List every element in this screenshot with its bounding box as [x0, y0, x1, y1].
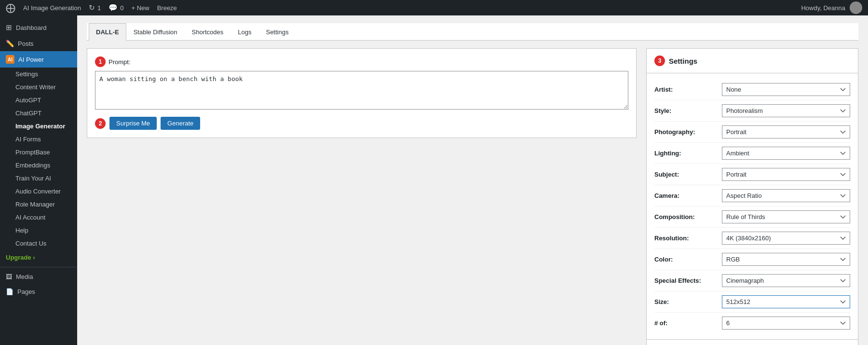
site-title: AI Image Generation [23, 4, 81, 12]
sidebar-sub-settings[interactable]: Settings [0, 68, 77, 81]
camera-select[interactable]: Aspect Ratio Close-upWide AngleTelephoto [722, 189, 850, 202]
sidebar-sub-image-generator[interactable]: Image Generator [0, 120, 77, 133]
updates-button[interactable]: ↻ 1 [89, 3, 101, 12]
sidebar-sub-content-writer[interactable]: Content Writer [0, 81, 77, 94]
sidebar: ⊞ Dashboard ✏️ Posts AI AI Power Setting… [0, 15, 77, 345]
prompt-textarea[interactable]: A woman sitting on a bench with a book [95, 71, 628, 110]
sidebar-sub-train-your-ai[interactable]: Train Your AI [0, 172, 77, 185]
button-row: 2 Surprise Me Generate [95, 117, 628, 130]
setting-row-special-effects: Special Effects: Cinemagraph HDRBokehLon… [654, 270, 850, 291]
tab-stable-diffusion[interactable]: Stable Diffusion [126, 23, 185, 41]
media-icon: 🖼 [6, 273, 12, 280]
artist-label: Artist: [654, 86, 722, 93]
ai-power-icon: AI [6, 55, 14, 64]
howdy-text: Howdy, Deanna [801, 4, 845, 12]
sidebar-sub-ai-account[interactable]: AI Account [0, 211, 77, 224]
sidebar-item-pages[interactable]: 📄 Pages [0, 284, 77, 299]
style-label: Style: [654, 107, 722, 114]
resolution-label: Resolution: [654, 235, 722, 242]
tab-logs[interactable]: Logs [231, 23, 258, 41]
settings-title: Settings [669, 57, 697, 65]
dashboard-icon: ⊞ [6, 23, 12, 32]
wp-logo-button[interactable]: ⨁ [6, 2, 15, 14]
composition-label: Composition: [654, 213, 722, 221]
admin-bar-left: ⨁ AI Image Generation ↻ 1 💬 0 + New Bree… [6, 2, 177, 14]
tab-settings[interactable]: Settings [258, 23, 296, 41]
main-layout: ⊞ Dashboard ✏️ Posts AI AI Power Setting… [0, 15, 868, 345]
artist-select[interactable]: None Da VinciPicassoRembrandt [722, 83, 850, 96]
two-column-layout: 1 Prompt: A woman sitting on a bench wit… [87, 48, 858, 345]
pages-icon: 📄 [6, 288, 14, 295]
setting-row-style: Style: Photorealism AbstractImpressionis… [654, 100, 850, 122]
media-label: Media [16, 273, 33, 280]
lighting-select[interactable]: Ambient NaturalStudioGolden Hour [722, 147, 850, 160]
setting-row-resolution: Resolution: 4K (3840x2160) 1080p720p512x… [654, 228, 850, 249]
sidebar-sub-contact-us[interactable]: Contact Us [0, 237, 77, 250]
setting-row-composition: Composition: Rule of Thirds Golden Ratio… [654, 207, 850, 228]
resolution-select[interactable]: 4K (3840x2160) 1080p720p512x512 [722, 232, 850, 245]
setting-row-color: Color: RGB CMYKGrayscaleSepia [654, 249, 850, 270]
step-2-badge: 2 [95, 118, 106, 129]
page-content: DALL-E Stable Diffusion Shortcodes Logs … [77, 15, 868, 345]
size-select[interactable]: 512x512 1024x1024256x256 [722, 295, 850, 308]
comments-icon: 💬 [108, 3, 118, 12]
sidebar-divider [0, 267, 77, 267]
sidebar-item-ai-power[interactable]: AI AI Power [0, 51, 77, 68]
dashboard-label: Dashboard [16, 24, 47, 31]
posts-label: Posts [18, 40, 34, 47]
sidebar-item-dashboard[interactable]: ⊞ Dashboard [0, 19, 77, 36]
setting-row-subject: Subject: Portrait LandscapeStill LifeAbs… [654, 164, 850, 185]
lighting-label: Lighting: [654, 150, 722, 157]
setting-row-lighting: Lighting: Ambient NaturalStudioGolden Ho… [654, 143, 850, 164]
sidebar-sub-autogpt[interactable]: AutoGPT [0, 94, 77, 107]
sidebar-item-media[interactable]: 🖼 Media [0, 269, 77, 284]
setting-row-photography: Photography: Portrait LandscapeMacroStre… [654, 122, 850, 143]
sidebar-sub-ai-forms[interactable]: AI Forms [0, 133, 77, 146]
site-name-button[interactable]: AI Image Generation [23, 4, 81, 12]
upgrade-link[interactable]: Upgrade › [0, 250, 77, 265]
number-of-label: # of: [654, 319, 722, 327]
special-effects-label: Special Effects: [654, 277, 722, 284]
posts-icon: ✏️ [6, 40, 14, 47]
surprise-me-button[interactable]: Surprise Me [109, 117, 157, 130]
new-content-button[interactable]: + New [131, 4, 149, 12]
sidebar-item-posts[interactable]: ✏️ Posts [0, 36, 77, 51]
special-effects-select[interactable]: Cinemagraph HDRBokehLong Exposure [722, 274, 850, 287]
tabs-bar: DALL-E Stable Diffusion Shortcodes Logs … [87, 23, 858, 41]
step-1-badge: 1 [95, 56, 106, 67]
howdy-user[interactable]: Howdy, Deanna [801, 1, 862, 14]
style-select[interactable]: Photorealism AbstractImpressionismSurrea… [722, 104, 850, 117]
setting-row-size: Size: 512x512 1024x1024256x256 [654, 291, 850, 313]
sidebar-sub-chatgpt[interactable]: ChatGPT [0, 107, 77, 120]
updates-count: 1 [97, 4, 101, 12]
photography-select[interactable]: Portrait LandscapeMacroStreet [722, 125, 850, 138]
setting-row-number-of: # of: 12345 678910 [654, 313, 850, 333]
color-select[interactable]: RGB CMYKGrayscaleSepia [722, 253, 850, 266]
comments-count: 0 [120, 4, 123, 12]
settings-panel: 3 Settings Artist: None Da VinciPicassoR… [646, 48, 858, 345]
sidebar-sub-promptbase[interactable]: PromptBase [0, 146, 77, 159]
size-label: Size: [654, 298, 722, 305]
settings-body: Artist: None Da VinciPicassoRembrandt St… [647, 73, 858, 339]
updates-icon: ↻ [89, 3, 95, 12]
breeze-label: Breeze [157, 4, 177, 12]
comments-button[interactable]: 💬 0 [108, 3, 123, 12]
settings-footer: Set as Default [647, 339, 858, 345]
subject-label: Subject: [654, 171, 722, 178]
settings-header: 3 Settings [647, 49, 858, 73]
prompt-label-text: Prompt: [108, 58, 131, 66]
generate-button[interactable]: Generate [161, 117, 200, 130]
tab-shortcodes[interactable]: Shortcodes [185, 23, 231, 41]
tab-dalle[interactable]: DALL-E [89, 23, 126, 41]
setting-row-artist: Artist: None Da VinciPicassoRembrandt [654, 79, 850, 100]
wp-icon: ⨁ [6, 2, 15, 14]
breeze-button[interactable]: Breeze [157, 4, 177, 12]
sidebar-sub-help[interactable]: Help [0, 224, 77, 237]
subject-select[interactable]: Portrait LandscapeStill LifeAbstract [722, 168, 850, 181]
sidebar-sub-role-manager[interactable]: Role Manager [0, 198, 77, 211]
composition-select[interactable]: Rule of Thirds Golden RatioSymmetryLeadi… [722, 210, 850, 223]
sidebar-sub-embeddings[interactable]: Embeddings [0, 159, 77, 172]
prompt-label-row: 1 Prompt: [95, 56, 628, 67]
number-of-select[interactable]: 12345 678910 [722, 317, 850, 330]
sidebar-sub-audio-converter[interactable]: Audio Converter [0, 185, 77, 198]
